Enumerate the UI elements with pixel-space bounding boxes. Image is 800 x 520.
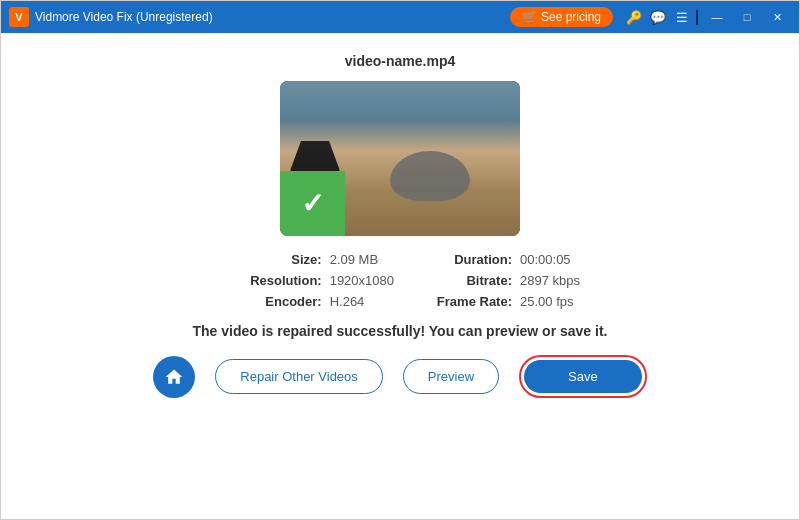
size-label: Size: — [200, 252, 330, 267]
metadata-grid: Size: 2.09 MB Duration: 00:00:05 Resolut… — [200, 252, 601, 309]
video-filename: video-name.mp4 — [345, 53, 455, 69]
app-logo: V — [9, 7, 29, 27]
home-button[interactable] — [153, 356, 195, 398]
encoder-value: H.264 — [330, 294, 410, 309]
save-button[interactable]: Save — [524, 360, 642, 393]
actions-row: Repair Other Videos Preview Save — [150, 355, 650, 398]
main-content: video-name.mp4 ✓ Size: 2.09 MB Duration:… — [1, 33, 799, 519]
minimize-button[interactable]: — — [703, 6, 731, 28]
success-checkmark: ✓ — [280, 171, 345, 236]
titlebar-controls: 🔑 💬 ☰ | — □ ✕ — [623, 6, 791, 28]
cart-icon: 🛒 — [522, 10, 537, 24]
key-icon-button[interactable]: 🔑 — [623, 6, 645, 28]
app-title: Vidmore Video Fix (Unregistered) — [35, 10, 510, 24]
see-pricing-button[interactable]: 🛒 See pricing — [510, 7, 613, 27]
bitrate-label: Bitrate: — [410, 273, 520, 288]
preview-button[interactable]: Preview — [403, 359, 499, 394]
repair-other-videos-button[interactable]: Repair Other Videos — [215, 359, 383, 394]
chat-icon-button[interactable]: 💬 — [647, 6, 669, 28]
menu-icon-button[interactable]: ☰ — [671, 6, 693, 28]
resolution-value: 1920x1080 — [330, 273, 410, 288]
size-value: 2.09 MB — [330, 252, 410, 267]
resolution-label: Resolution: — [200, 273, 330, 288]
success-message: The video is repaired successfully! You … — [193, 323, 608, 339]
divider: | — [695, 8, 701, 26]
video-thumbnail: ✓ — [280, 81, 520, 236]
home-icon — [164, 367, 184, 387]
encoder-label: Encoder: — [200, 294, 330, 309]
close-button[interactable]: ✕ — [763, 6, 791, 28]
titlebar: V Vidmore Video Fix (Unregistered) 🛒 See… — [1, 1, 799, 33]
framerate-label: Frame Rate: — [410, 294, 520, 309]
duration-value: 00:00:05 — [520, 252, 600, 267]
duration-label: Duration: — [410, 252, 520, 267]
bitrate-value: 2897 kbps — [520, 273, 600, 288]
maximize-button[interactable]: □ — [733, 6, 761, 28]
framerate-value: 25.00 fps — [520, 294, 600, 309]
save-button-wrapper: Save — [519, 355, 647, 398]
